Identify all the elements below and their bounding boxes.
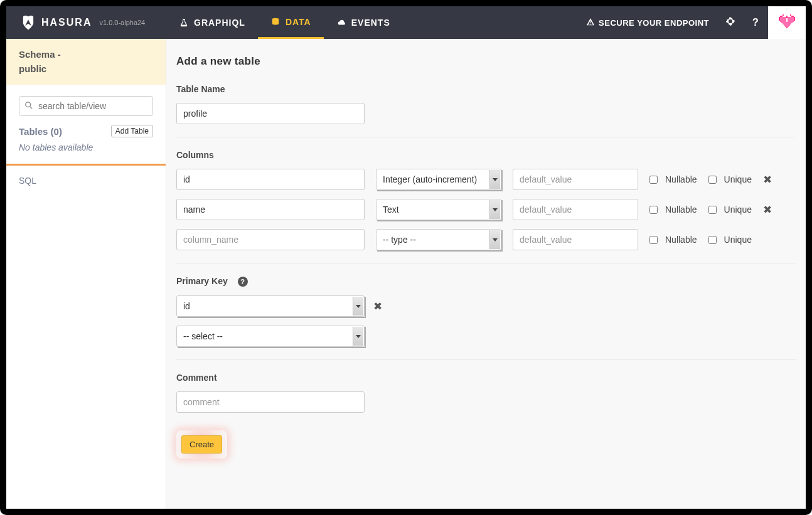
- cloud-icon: [336, 18, 346, 28]
- topbar: HASURA v1.0.0-alpha24 GRAPHIQL DATA EVEN…: [6, 6, 806, 39]
- svg-rect-2: [783, 14, 784, 16]
- nullable-label: Nullable: [665, 174, 697, 184]
- love-button[interactable]: [768, 6, 806, 39]
- comment-label: Comment: [176, 373, 796, 383]
- svg-rect-4: [780, 17, 786, 22]
- primary-key-select[interactable]: -- select --: [176, 326, 365, 347]
- tables-header: Tables (0) Add Table: [6, 122, 166, 142]
- column-row: Integer (auto-increment) Nullable Unique…: [176, 169, 796, 190]
- unique-group: Unique: [708, 235, 752, 245]
- column-name-input[interactable]: [176, 169, 365, 190]
- divider: [176, 263, 796, 263]
- comment-input[interactable]: [176, 391, 365, 413]
- column-row: Text Nullable Unique ✖: [176, 199, 796, 220]
- column-default-input[interactable]: [513, 199, 638, 220]
- question-icon: ?: [752, 17, 759, 28]
- svg-rect-13: [785, 26, 789, 27]
- table-name-label: Table Name: [176, 84, 796, 94]
- create-button-highlight: Create: [176, 430, 227, 459]
- create-button[interactable]: Create: [181, 435, 222, 454]
- table-name-input[interactable]: [176, 103, 365, 124]
- content: Add a new table Table Name Columns Integ…: [166, 39, 806, 509]
- svg-point-15: [26, 102, 31, 107]
- unique-group: Unique: [708, 204, 752, 215]
- svg-rect-1: [780, 16, 783, 17]
- unique-checkbox[interactable]: [708, 206, 717, 214]
- add-table-button[interactable]: Add Table: [111, 125, 153, 137]
- nullable-group: Nullable: [649, 204, 697, 215]
- column-type-select-wrap: Text: [376, 199, 501, 220]
- topbar-right: SECURE YOUR ENDPOINT ?: [577, 6, 806, 39]
- secure-endpoint-link[interactable]: SECURE YOUR ENDPOINT: [577, 18, 718, 28]
- nullable-checkbox[interactable]: [649, 236, 658, 244]
- primary-key-label: Primary Key ?: [176, 276, 796, 287]
- version-text: v1.0.0-alpha24: [99, 19, 145, 26]
- column-name-input[interactable]: [176, 229, 365, 250]
- remove-column-button[interactable]: ✖: [763, 173, 772, 186]
- brand-text: HASURA: [41, 17, 92, 28]
- no-tables-text: No tables available: [6, 142, 166, 160]
- help-icon[interactable]: ?: [238, 277, 248, 287]
- tables-count-label: Tables (0): [19, 126, 62, 137]
- settings-button[interactable]: [718, 6, 743, 39]
- search-box: [19, 96, 153, 116]
- unique-label: Unique: [724, 204, 752, 215]
- primary-key-row: -- select --: [176, 326, 796, 347]
- close-icon: ✖: [763, 174, 772, 186]
- column-default-input[interactable]: [513, 229, 638, 250]
- nav-events[interactable]: EVENTS: [324, 6, 403, 39]
- schema-header[interactable]: Schema - public: [6, 39, 166, 85]
- nullable-group: Nullable: [649, 235, 697, 245]
- unique-checkbox[interactable]: [708, 236, 717, 244]
- svg-rect-14: [786, 27, 788, 28]
- column-type-select[interactable]: Integer (auto-increment): [376, 169, 501, 190]
- unique-checkbox[interactable]: [708, 176, 717, 184]
- primary-key-row: id ✖: [176, 295, 796, 317]
- remove-pk-button[interactable]: ✖: [373, 300, 382, 313]
- pixel-heart-icon: [779, 14, 795, 31]
- close-icon: ✖: [763, 204, 772, 216]
- column-type-select[interactable]: -- type --: [376, 229, 501, 250]
- column-type-select-wrap: Integer (auto-increment): [376, 169, 501, 190]
- unique-group: Unique: [708, 174, 752, 184]
- svg-rect-11: [783, 23, 791, 24]
- primary-key-select[interactable]: id: [176, 295, 365, 317]
- svg-line-16: [30, 107, 33, 109]
- sidebar: Schema - public Tables (0) Add Table No …: [6, 39, 166, 509]
- nullable-checkbox[interactable]: [649, 176, 658, 184]
- nullable-checkbox[interactable]: [649, 206, 658, 214]
- column-name-input[interactable]: [176, 199, 365, 220]
- svg-rect-6: [788, 17, 794, 22]
- unique-label: Unique: [724, 235, 752, 245]
- svg-rect-7: [790, 14, 791, 16]
- pk-select-wrap: -- select --: [176, 326, 365, 347]
- nullable-group: Nullable: [649, 174, 697, 184]
- unique-label: Unique: [724, 174, 752, 184]
- nav-graphiql[interactable]: GRAPHIQL: [166, 6, 258, 39]
- nullable-label: Nullable: [665, 204, 697, 215]
- search-input[interactable]: [19, 96, 153, 116]
- logo-area: HASURA v1.0.0-alpha24: [6, 14, 166, 31]
- svg-rect-10: [781, 22, 793, 23]
- svg-rect-3: [779, 17, 780, 21]
- gear-icon: [725, 16, 735, 29]
- svg-rect-8: [791, 16, 794, 17]
- warning-icon: [586, 18, 595, 28]
- nav-events-label: EVENTS: [351, 18, 390, 28]
- secure-endpoint-label: SECURE YOUR ENDPOINT: [599, 18, 709, 28]
- column-row: -- type -- Nullable Unique: [176, 229, 796, 250]
- remove-column-button[interactable]: ✖: [763, 203, 772, 216]
- help-button[interactable]: ?: [743, 6, 768, 39]
- column-type-select-wrap: -- type --: [376, 229, 501, 250]
- close-icon: ✖: [373, 300, 382, 312]
- nav-data[interactable]: DATA: [258, 6, 324, 39]
- nav-data-label: DATA: [286, 17, 311, 27]
- main-area: Schema - public Tables (0) Add Table No …: [6, 39, 806, 509]
- hasura-logo-icon: [20, 14, 36, 31]
- column-type-select[interactable]: Text: [376, 199, 501, 220]
- sql-link[interactable]: SQL: [6, 166, 166, 196]
- columns-label: Columns: [176, 150, 796, 160]
- column-default-input[interactable]: [513, 169, 638, 190]
- nullable-label: Nullable: [665, 235, 697, 245]
- divider: [176, 359, 796, 360]
